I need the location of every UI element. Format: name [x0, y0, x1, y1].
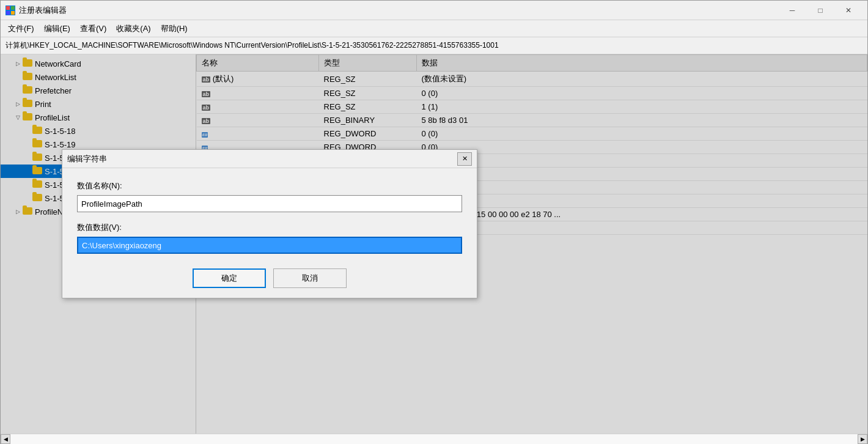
svg-rect-2 — [6, 11, 10, 15]
svg-rect-3 — [11, 11, 15, 15]
scroll-right-arrow[interactable]: ▶ — [858, 434, 867, 444]
scroll-left-arrow[interactable]: ◀ — [1, 434, 10, 444]
close-button[interactable]: ✕ — [834, 1, 862, 20]
menu-favorites[interactable]: 收藏夹(A) — [111, 21, 155, 37]
maximize-button[interactable]: □ — [806, 1, 834, 20]
edit-string-dialog: 编辑字符串 ✕ 数值名称(N): 数值数据(V): 确定 取消 — [62, 149, 477, 298]
menu-bar: 文件(F) 编辑(E) 查看(V) 收藏夹(A) 帮助(H) — [1, 20, 867, 37]
name-input[interactable] — [77, 195, 462, 212]
minimize-button[interactable]: ─ — [778, 1, 806, 20]
regedit-icon — [6, 6, 15, 15]
menu-file[interactable]: 文件(F) — [3, 21, 39, 37]
dialog-body: 数值名称(N): 数值数据(V): 确定 取消 — [62, 168, 477, 298]
address-text: 计算机\HKEY_LOCAL_MACHINE\SOFTWARE\Microsof… — [6, 40, 499, 51]
name-label: 数值名称(N): — [77, 180, 462, 191]
data-label: 数值数据(V): — [77, 222, 462, 233]
main-window: 注册表编辑器 ─ □ ✕ 文件(F) 编辑(E) 查看(V) 收藏夹(A) 帮助… — [0, 0, 868, 444]
address-bar: 计算机\HKEY_LOCAL_MACHINE\SOFTWARE\Microsof… — [1, 37, 867, 54]
svg-rect-1 — [11, 6, 15, 10]
scroll-track[interactable] — [10, 434, 858, 444]
dialog-title-bar: 编辑字符串 ✕ — [62, 150, 477, 168]
menu-help[interactable]: 帮助(H) — [156, 21, 193, 37]
dialog-overlay: 编辑字符串 ✕ 数值名称(N): 数值数据(V): 确定 取消 — [1, 54, 867, 434]
menu-view[interactable]: 查看(V) — [75, 21, 111, 37]
window-controls: ─ □ ✕ — [778, 1, 862, 20]
title-bar: 注册表编辑器 ─ □ ✕ — [1, 1, 867, 20]
data-input[interactable] — [77, 237, 462, 254]
dialog-title: 编辑字符串 — [67, 154, 457, 165]
dialog-buttons: 确定 取消 — [77, 268, 462, 288]
window-title: 注册表编辑器 — [19, 5, 778, 16]
svg-rect-0 — [6, 6, 10, 10]
dialog-close-button[interactable]: ✕ — [457, 152, 472, 166]
cancel-button[interactable]: 取消 — [273, 268, 347, 288]
content-area: ▷ NetworkCard NetworkList Prefetcher ▷ P — [1, 54, 867, 434]
horizontal-scrollbar[interactable]: ◀ ▶ — [1, 434, 867, 443]
ok-button[interactable]: 确定 — [193, 268, 266, 288]
menu-edit[interactable]: 编辑(E) — [39, 21, 75, 37]
